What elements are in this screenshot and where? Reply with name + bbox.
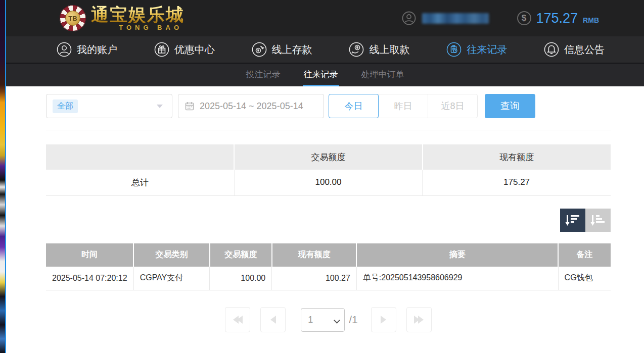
site-logo[interactable]: TB 通宝娱乐城 TONG BAO — [60, 5, 185, 31]
section-divider — [46, 130, 611, 130]
main-nav: 我的账户 优惠中心 线上存款 — [6, 36, 644, 63]
user-icon — [57, 42, 72, 57]
nav-item-promotions[interactable]: 优惠中心 — [154, 42, 215, 57]
cell-note: CG钱包 — [558, 267, 611, 290]
cell-amount: 100.00 — [210, 267, 272, 290]
sort-asc-icon — [590, 213, 606, 227]
nav-item-my-account[interactable]: 我的账户 — [57, 42, 117, 57]
tab-transaction-records[interactable]: 往来记录 — [303, 64, 339, 86]
nav-label: 往来记录 — [467, 43, 507, 57]
nav-item-withdraw[interactable]: 线上取款 — [349, 42, 409, 57]
sort-ascending-button[interactable] — [585, 209, 611, 232]
username-redacted — [422, 13, 489, 24]
selected-type-chip: 全部 — [53, 99, 78, 113]
sort-controls — [46, 209, 611, 232]
header-right: $ 175.27 RMB — [402, 11, 599, 26]
calendar-icon — [185, 101, 195, 111]
search-button[interactable]: 查询 — [485, 94, 535, 118]
header-memo: 摘要 — [356, 243, 558, 267]
logo-text: 通宝娱乐城 TONG BAO — [91, 6, 185, 31]
quick-date-group: 今日 昨日 近8日 — [329, 94, 478, 118]
user-block[interactable] — [402, 11, 489, 25]
chip-core: TB — [65, 11, 80, 26]
balance-block[interactable]: $ 175.27 RMB — [517, 11, 599, 26]
summary-header-amount: 交易额度 — [234, 144, 422, 170]
logo-title: 通宝娱乐城 — [91, 6, 185, 23]
nav-item-announcements[interactable]: 信息公告 — [544, 42, 605, 57]
cell-balance: 100.27 — [272, 267, 357, 290]
casino-chip-icon: TB — [60, 5, 86, 31]
withdraw-icon — [349, 42, 364, 57]
background-banner-edge — [0, 0, 5, 353]
top-header: TB 通宝娱乐城 TONG BAO $ 175.27 — [6, 0, 644, 36]
summary-header-balance: 现有额度 — [423, 144, 611, 170]
today-button[interactable]: 今日 — [329, 94, 379, 118]
prev-page-button[interactable] — [260, 307, 286, 332]
nav-item-records[interactable]: 往来记录 — [446, 42, 507, 57]
date-range-value: 2025-05-14 ~ 2025-05-14 — [200, 101, 303, 112]
nav-label: 我的账户 — [77, 43, 117, 57]
page-select[interactable]: 1 — [301, 308, 345, 332]
transaction-type-select[interactable]: 全部 — [46, 94, 172, 118]
last-8-days-button[interactable]: 近8日 — [428, 94, 478, 118]
first-page-icon — [237, 316, 243, 324]
header-balance: 现有额度 — [272, 243, 357, 267]
nav-item-deposit[interactable]: 线上存款 — [252, 42, 312, 57]
nav-label: 线上取款 — [369, 43, 409, 57]
sort-descending-button[interactable] — [560, 209, 585, 232]
last-page-button[interactable] — [406, 307, 432, 332]
subtab-bar: 投注记录 往来记录 处理中订单 — [6, 63, 644, 86]
cell-memo: 单号:202505143958606929 — [356, 267, 558, 290]
nav-label: 线上存款 — [272, 43, 312, 57]
gift-icon — [154, 42, 169, 57]
summary-header-row: 交易额度 现有额度 — [46, 144, 611, 170]
first-page-button[interactable] — [225, 307, 250, 332]
content-area: 全部 2025-05-14 ~ 2025-05-14 今日 昨日 — [6, 86, 644, 353]
last-page-icon — [418, 316, 424, 324]
header-amount: 交易额度 — [210, 243, 272, 267]
records-table: 时间 交易类别 交易额度 现有额度 摘要 备注 2025-05-14 07:20… — [46, 243, 611, 291]
tab-bet-records[interactable]: 投注记录 — [245, 64, 282, 86]
bell-icon — [544, 42, 559, 57]
date-range-input[interactable]: 2025-05-14 ~ 2025-05-14 — [178, 94, 324, 118]
balance-amount: 175.27 — [536, 11, 578, 26]
summary-total-amount: 100.00 — [234, 170, 422, 195]
summary-total-label: 总计 — [46, 170, 234, 195]
header-time: 时间 — [46, 243, 133, 267]
logo-subtitle: TONG BAO — [119, 24, 185, 31]
deposit-icon — [252, 42, 267, 57]
pagination: 1 /1 — [46, 307, 611, 332]
page: TB 通宝娱乐城 TONG BAO $ 175.27 — [0, 0, 644, 353]
table-row: 2025-05-14 07:20:12 CGPAY支付 100.00 100.2… — [46, 267, 611, 290]
nav-label: 信息公告 — [564, 43, 605, 57]
nav-label: 优惠中心 — [174, 43, 215, 57]
yesterday-button[interactable]: 昨日 — [378, 94, 428, 118]
page-select-wrap: 1 — [301, 308, 345, 332]
next-page-button[interactable] — [371, 307, 396, 332]
page-total-label: /1 — [349, 314, 358, 326]
summary-header-empty — [46, 144, 234, 170]
dropdown-arrow-icon — [157, 105, 163, 108]
sort-desc-icon — [565, 213, 580, 227]
cell-time: 2025-05-14 07:20:12 — [46, 267, 133, 290]
tab-pending-orders[interactable]: 处理中订单 — [360, 64, 405, 86]
summary-total-row: 总计 100.00 175.27 — [46, 170, 611, 195]
records-header-row: 时间 交易类别 交易额度 现有额度 摘要 备注 — [46, 243, 611, 267]
records-icon — [446, 42, 462, 57]
header-type: 交易类别 — [133, 243, 210, 267]
header-note: 备注 — [558, 243, 611, 267]
next-page-icon — [381, 316, 386, 324]
avatar-icon — [402, 11, 416, 25]
summary-table: 交易额度 现有额度 总计 100.00 175.27 — [46, 144, 611, 196]
summary-total-balance: 175.27 — [423, 170, 611, 195]
main-column: TB 通宝娱乐城 TONG BAO $ 175.27 — [6, 0, 644, 353]
cell-type: CGPAY支付 — [133, 267, 210, 290]
coin-icon: $ — [517, 11, 531, 25]
balance-currency: RMB — [583, 16, 599, 24]
prev-page-icon — [270, 316, 276, 324]
filter-row: 全部 2025-05-14 ~ 2025-05-14 今日 昨日 — [46, 94, 611, 118]
